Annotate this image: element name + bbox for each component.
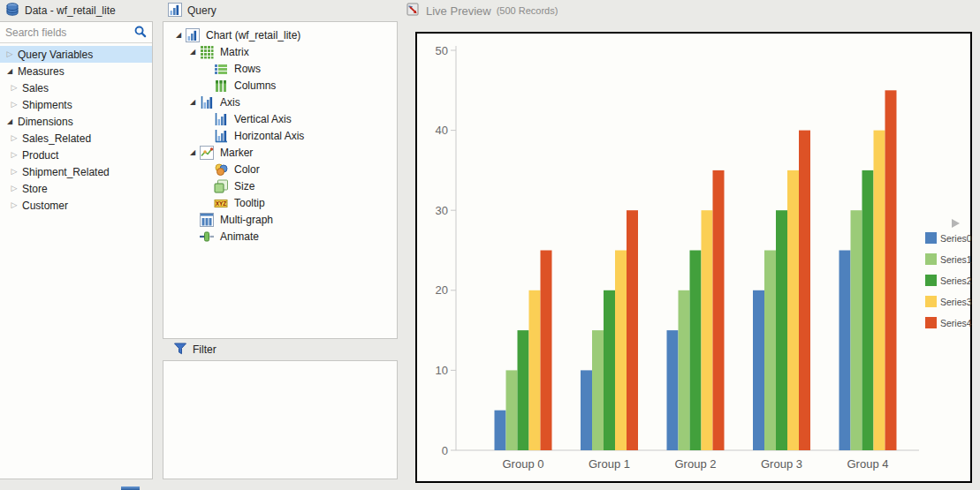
expanded-arrow-icon[interactable]: ◢ [186,43,199,60]
query-tree-item-tooltip[interactable]: XYZ Tooltip [163,194,397,211]
filter-header: Filter [163,339,398,360]
tree-item-label: Marker [218,147,253,159]
columns-icon [214,79,228,93]
tree-item-label: Animate [218,230,259,243]
data-tree-item-measures[interactable]: ◢ Measures [0,63,152,79]
expanded-arrow-icon[interactable]: ◢ [4,113,16,130]
size-icon [214,179,228,193]
chart-icon [186,28,200,42]
expanded-arrow-icon[interactable]: ◢ [4,63,16,79]
search-input[interactable] [5,26,133,39]
expanded-arrow-icon[interactable]: ◢ [186,94,199,110]
filter-icon [173,342,187,358]
tree-item-label: Matrix [218,46,249,58]
matrix-icon [200,45,214,59]
window-edge-artifact [121,486,140,490]
tree-item-label: Sales_Related [20,132,91,145]
collapsed-arrow-icon[interactable]: ▷ [8,79,20,96]
tree-item-label: Multi-graph [218,214,273,226]
query-tree-item-marker[interactable]: ◢ Marker [163,144,397,161]
axis-icon [200,95,214,109]
query-panel-header: Query [168,0,217,21]
svg-text:Series0: Series0 [940,233,972,244]
query-tree-item-horizontal-axis[interactable]: Horizontal Axis [163,127,397,144]
tree-item-label: Customer [20,200,68,212]
expanded-arrow-icon[interactable]: ◢ [172,26,185,43]
query-tree-item-animate[interactable]: Animate [163,228,397,245]
data-tree-item-shipments[interactable]: ▷ Shipments [0,96,152,113]
svg-text:30: 30 [436,204,448,217]
svg-text:Group 1: Group 1 [589,457,630,471]
collapsed-arrow-icon[interactable]: ▷ [8,197,20,214]
tree-item-label: Color [232,163,260,176]
tree-item-label: Axis [218,96,240,109]
data-tree-item-product[interactable]: ▷ Product [0,147,152,163]
live-preview-header: Live Preview (500 Records) [405,0,558,21]
tree-item-label: Shipments [20,99,72,111]
query-tree-item-chart[interactable]: ◢ Chart (wf_retail_lite) [163,26,397,43]
collapsed-arrow-icon[interactable]: ▷ [8,96,20,113]
tree-item-label: Sales [20,82,49,94]
data-panel-header: Data - wf_retail_lite [5,0,116,21]
query-panel-title: Query [187,4,217,17]
data-tree-item-dimensions[interactable]: ◢ Dimensions [0,113,152,130]
color-icon [214,162,228,177]
record-count: (500 Records) [497,5,558,16]
data-tree-item-customer[interactable]: ▷ Customer [0,197,152,214]
tree-item-label: Shipment_Related [20,166,110,178]
query-tree-item-vertical-axis[interactable]: Vertical Axis [163,110,397,127]
vertical-axis-icon [214,112,228,126]
svg-text:Group 4: Group 4 [847,457,889,471]
svg-text:40: 40 [436,124,448,137]
data-tree-item-store[interactable]: ▷ Store [0,180,152,197]
filter-title: Filter [193,343,217,356]
svg-text:Group 0: Group 0 [503,457,544,471]
tree-item-label: Dimensions [16,116,73,128]
svg-text:0: 0 [442,444,448,457]
tree-item-label: Columns [232,79,276,92]
query-tree-item-multi-graph[interactable]: Multi-graph [163,211,397,228]
svg-text:20: 20 [436,283,448,297]
query-tree-item-columns[interactable]: Columns [163,77,397,94]
tree-item-label: Measures [16,65,65,78]
data-panel: ▷ Query Variables ◢ Measures ▷ Sales ▷ S… [0,21,153,479]
query-tree: ◢ Chart (wf_retail_lite) ◢ [163,22,397,245]
query-tree-item-size[interactable]: Size [163,177,397,194]
svg-text:Series4: Series4 [940,318,972,328]
collapsed-arrow-icon[interactable]: ▷ [8,163,20,180]
query-tree-item-matrix[interactable]: ◢ Matrix [163,43,397,60]
tree-item-label: Tooltip [232,197,265,209]
database-icon [5,3,19,19]
live-preview-title: Live Preview [426,4,491,18]
query-tree-item-axis[interactable]: ◢ Axis [163,94,397,110]
chart-icon [168,3,182,19]
chart-preview-container: 01020304050Group 0Group 1Group 2Group 3G… [415,32,972,483]
svg-text:50: 50 [436,44,448,57]
data-panel-title: Data - wf_retail_lite [25,4,116,17]
horizontal-axis-icon [214,129,228,143]
data-tree-item-sales-related[interactable]: ▷ Sales_Related [0,130,152,147]
marker-icon [200,146,214,160]
query-tree-item-color[interactable]: Color [163,161,397,177]
svg-text:Series1: Series1 [940,254,972,265]
tree-item-label: Size [232,180,254,192]
animate-icon [200,230,214,244]
svg-text:XYZ: XYZ [216,200,227,206]
svg-text:Series2: Series2 [940,275,972,286]
query-panel: ◢ Chart (wf_retail_lite) ◢ [163,21,398,339]
expanded-arrow-icon[interactable]: ◢ [186,144,199,161]
search-bar [0,22,152,43]
collapsed-arrow-icon[interactable]: ▷ [8,130,20,147]
data-tree-item-sales[interactable]: ▷ Sales [0,79,152,96]
collapsed-arrow-icon[interactable]: ▷ [4,46,16,63]
collapsed-arrow-icon[interactable]: ▷ [8,147,20,163]
rows-icon [214,62,228,76]
bar-chart[interactable]: 01020304050Group 0Group 1Group 2Group 3G… [417,34,970,481]
query-tree-item-rows[interactable]: Rows [163,60,397,77]
collapsed-arrow-icon[interactable]: ▷ [8,180,20,197]
filter-drop-area[interactable] [163,360,398,479]
data-tree-item-shipment-related[interactable]: ▷ Shipment_Related [0,163,152,180]
search-icon[interactable] [133,25,147,41]
data-tree-item-query-variables[interactable]: ▷ Query Variables [0,46,152,63]
svg-text:Group 3: Group 3 [761,457,802,471]
